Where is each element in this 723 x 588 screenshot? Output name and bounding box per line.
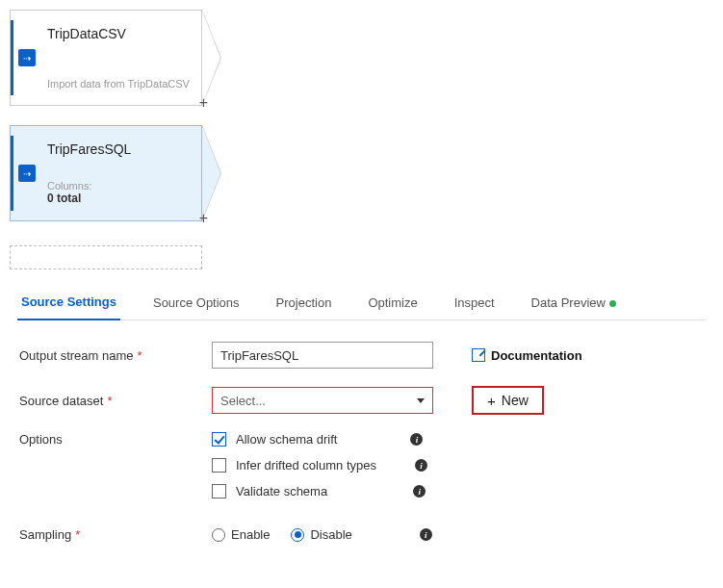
settings-tabs: Source Settings Source Options Projectio… [17,287,706,320]
sampling-enable-radio[interactable]: Enable [212,527,270,542]
infer-drifted-checkbox[interactable] [212,458,226,473]
source-node-tripdatacsv[interactable]: ⇢ TripDataCSV Import data from TripDataC… [10,10,202,106]
columns-count: 0 total [47,192,192,205]
external-link-icon [472,348,485,362]
tab-source-settings[interactable]: Source Settings [17,287,120,320]
output-stream-name-label: Output stream name* [19,348,212,363]
node-title: TripFaresSQL [47,141,192,157]
node-title: TripDataCSV [47,26,192,41]
tab-source-options[interactable]: Source Options [149,288,244,320]
source-icon: ⇢ [18,165,36,182]
validate-schema-checkbox[interactable] [212,484,226,499]
add-step-button[interactable]: + [199,210,208,227]
chevron-down-icon [417,398,425,403]
sampling-label: Sampling* [19,527,212,542]
node-description: Import data from TripDataCSV [47,78,192,89]
add-step-button[interactable]: + [199,94,208,112]
tab-optimize[interactable]: Optimize [364,288,421,320]
columns-label: Columns: [47,180,192,192]
validate-schema-label: Validate schema [236,484,327,499]
source-dataset-select[interactable]: Select... [212,387,433,414]
tab-data-preview[interactable]: Data Preview [528,288,620,320]
tab-inspect[interactable]: Inspect [451,288,499,320]
allow-schema-drift-label: Allow schema drift [236,432,337,447]
options-label: Options [19,432,212,447]
documentation-link[interactable]: Documentation [472,348,582,363]
output-stream-name-input[interactable] [212,342,433,369]
source-node-tripfaressql[interactable]: ⇢ TripFaresSQL Columns: 0 total + [10,125,202,221]
plus-icon: + [487,393,496,409]
source-dataset-label: Source dataset* [19,394,212,408]
new-dataset-button[interactable]: + New [472,386,544,415]
tab-projection[interactable]: Projection [272,288,336,320]
info-icon[interactable]: i [410,433,423,446]
info-icon[interactable]: i [420,528,432,541]
sampling-disable-radio[interactable]: Disable [291,527,351,542]
info-icon[interactable]: i [415,459,427,472]
allow-schema-drift-checkbox[interactable] [212,432,226,447]
add-source-placeholder[interactable] [10,245,202,269]
infer-drifted-label: Infer drifted column types [236,458,376,473]
status-dot-icon [609,300,616,307]
info-icon[interactable]: i [413,485,426,498]
source-icon: ⇢ [18,49,36,66]
